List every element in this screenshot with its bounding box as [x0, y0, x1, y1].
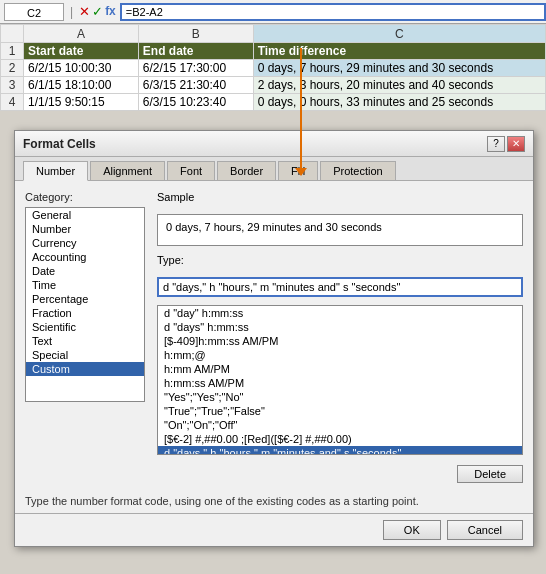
category-number[interactable]: Number [26, 222, 144, 236]
formula-divider: | [70, 5, 73, 19]
category-general[interactable]: General [26, 208, 144, 222]
sample-label: Sample [157, 191, 523, 203]
col-header-a[interactable]: A [23, 25, 138, 43]
cell-a2[interactable]: 6/2/15 10:00:30 [23, 60, 138, 77]
type-label: Type: [157, 254, 523, 266]
category-date[interactable]: Date [26, 264, 144, 278]
tab-protection[interactable]: Protection [320, 161, 396, 180]
delete-row: Delete [157, 465, 523, 483]
dialog-close-button[interactable]: ✕ [507, 136, 525, 152]
category-time[interactable]: Time [26, 278, 144, 292]
formula-icons: ✕ ✓ fx [79, 4, 116, 19]
category-text[interactable]: Text [26, 334, 144, 348]
format-item-5[interactable]: h:mm AM/PM [158, 362, 522, 376]
row-header-3: 3 [1, 77, 24, 94]
tab-border[interactable]: Border [217, 161, 276, 180]
delete-button[interactable]: Delete [457, 465, 523, 483]
row-header-4: 4 [1, 94, 24, 111]
hint-text: Type the number format code, using one o… [15, 493, 533, 513]
row-header-2: 2 [1, 60, 24, 77]
format-cells-dialog: Format Cells ? ✕ Number Alignment Font B… [14, 130, 534, 547]
format-item-1[interactable]: d "day" h:mm:ss [158, 306, 522, 320]
ok-button[interactable]: OK [383, 520, 441, 540]
format-item-3[interactable]: [$-409]h:mm:ss AM/PM [158, 334, 522, 348]
col-header-row [1, 25, 24, 43]
category-custom[interactable]: Custom [26, 362, 144, 376]
format-item-4[interactable]: h:mm;@ [158, 348, 522, 362]
cell-b1[interactable]: End date [138, 43, 253, 60]
format-item-11[interactable]: d "days," h "hours," m "minutes and" s "… [158, 446, 522, 455]
function-icon[interactable]: fx [105, 4, 116, 19]
format-list[interactable]: d "day" h:mm:ss d "days" h:mm:ss [$-409]… [157, 305, 523, 455]
category-list[interactable]: General Number Currency Accounting Date … [25, 207, 145, 402]
cancel-formula-icon[interactable]: ✕ [79, 4, 90, 19]
cell-a3[interactable]: 6/1/15 18:10:00 [23, 77, 138, 94]
tab-number[interactable]: Number [23, 161, 88, 181]
dialog-tabs: Number Alignment Font Border Fill Protec… [15, 157, 533, 181]
cell-a4[interactable]: 1/1/15 9:50:15 [23, 94, 138, 111]
format-item-9[interactable]: "On";"On";"Off" [158, 418, 522, 432]
confirm-formula-icon[interactable]: ✓ [92, 4, 103, 19]
category-currency[interactable]: Currency [26, 236, 144, 250]
format-item-7[interactable]: "Yes";"Yes";"No" [158, 390, 522, 404]
cell-b3[interactable]: 6/3/15 21:30:40 [138, 77, 253, 94]
category-scientific[interactable]: Scientific [26, 320, 144, 334]
format-item-8[interactable]: "True";"True";"False" [158, 404, 522, 418]
dialog-controls: ? ✕ [487, 136, 525, 152]
cell-b4[interactable]: 6/3/15 10:23:40 [138, 94, 253, 111]
format-item-6[interactable]: h:mm:ss AM/PM [158, 376, 522, 390]
cancel-button[interactable]: Cancel [447, 520, 523, 540]
category-label: Category: [25, 191, 145, 203]
col-header-c[interactable]: C [253, 25, 545, 43]
tab-alignment[interactable]: Alignment [90, 161, 165, 180]
name-box[interactable]: C2 [4, 3, 64, 21]
right-panel: Sample 0 days, 7 hours, 29 minutes and 3… [157, 191, 523, 483]
dialog-titlebar: Format Cells ? ✕ [15, 131, 533, 157]
category-section: Category: General Number Currency Accoun… [25, 191, 145, 483]
col-header-b[interactable]: B [138, 25, 253, 43]
formula-input[interactable] [120, 3, 546, 21]
dialog-title: Format Cells [23, 137, 96, 151]
category-special[interactable]: Special [26, 348, 144, 362]
category-percentage[interactable]: Percentage [26, 292, 144, 306]
cell-b2[interactable]: 6/2/15 17:30:00 [138, 60, 253, 77]
category-accounting[interactable]: Accounting [26, 250, 144, 264]
tab-font[interactable]: Font [167, 161, 215, 180]
category-fraction[interactable]: Fraction [26, 306, 144, 320]
arrow-indicator [295, 48, 307, 176]
format-item-10[interactable]: [$€-2] #,##0.00 ;[Red]([$€-2] #,##0.00) [158, 432, 522, 446]
sample-box: 0 days, 7 hours, 29 minutes and 30 secon… [157, 214, 523, 246]
format-item-2[interactable]: d "days" h:mm:ss [158, 320, 522, 334]
row-header-1: 1 [1, 43, 24, 60]
bottom-buttons: OK Cancel [15, 513, 533, 546]
type-input[interactable] [157, 277, 523, 297]
cell-a1[interactable]: Start date [23, 43, 138, 60]
dialog-help-button[interactable]: ? [487, 136, 505, 152]
dialog-body: Category: General Number Currency Accoun… [15, 181, 533, 493]
